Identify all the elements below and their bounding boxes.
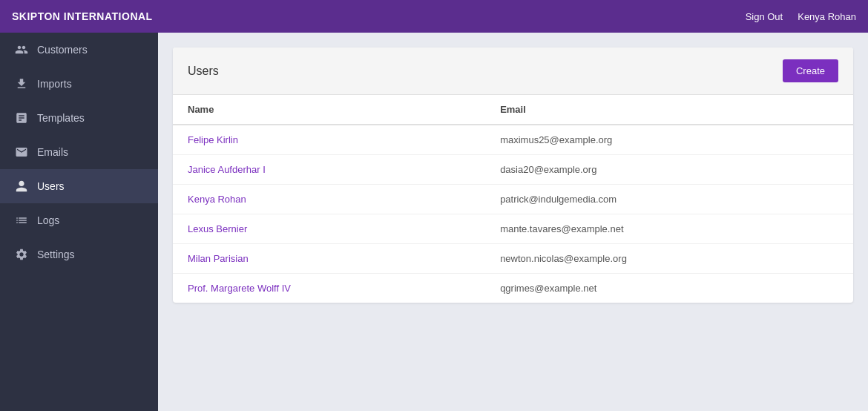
- sidebar: Customers Imports Templates: [0, 33, 158, 411]
- emails-icon: [15, 145, 28, 159]
- sidebar-item-users[interactable]: Users: [0, 169, 158, 203]
- customers-icon: [15, 43, 28, 56]
- user-name-cell: Kenya Rohan: [173, 185, 485, 214]
- column-header-name: Name: [173, 95, 485, 125]
- sign-out-link[interactable]: Sign Out: [746, 11, 783, 22]
- table-row: Kenya Rohanpatrick@indulgemedia.com: [173, 185, 853, 214]
- create-button[interactable]: Create: [783, 59, 838, 82]
- sidebar-item-emails[interactable]: Emails: [0, 135, 158, 169]
- sidebar-item-templates[interactable]: Templates: [0, 101, 158, 135]
- user-name-cell: Janice Aufderhar I: [173, 155, 485, 185]
- sidebar-item-customers-label: Customers: [37, 44, 88, 56]
- user-name-link[interactable]: Kenya Rohan: [188, 194, 246, 205]
- sidebar-item-imports-label: Imports: [37, 78, 72, 90]
- layout: Customers Imports Templates: [0, 33, 868, 411]
- imports-icon: [15, 77, 28, 91]
- user-email-cell: mante.tavares@example.net: [485, 214, 853, 244]
- user-email-cell: newton.nicolas@example.org: [485, 244, 853, 274]
- sidebar-item-settings-label: Settings: [37, 249, 75, 260]
- table-row: Lexus Berniermante.tavares@example.net: [173, 214, 853, 244]
- users-tbody: Felipe Kirlinmaximus25@example.orgJanice…: [173, 125, 853, 303]
- sidebar-item-emails-label: Emails: [37, 146, 68, 158]
- user-name-cell: Lexus Bernier: [173, 214, 485, 244]
- table-row: Milan Parisiannewton.nicolas@example.org: [173, 244, 853, 274]
- sidebar-item-templates-label: Templates: [37, 112, 85, 124]
- column-header-email: Email: [485, 95, 853, 125]
- sidebar-item-logs[interactable]: Logs: [0, 203, 158, 237]
- logs-icon: [15, 214, 28, 227]
- sidebar-item-users-label: Users: [37, 180, 65, 192]
- table-row: Prof. Margarete Wolff IVqgrimes@example.…: [173, 274, 853, 303]
- sidebar-item-logs-label: Logs: [37, 214, 59, 226]
- navbar-right: Sign Out Kenya Rohan: [746, 11, 856, 22]
- page-title: Users: [188, 65, 219, 78]
- user-name-link[interactable]: Felipe Kirlin: [188, 134, 238, 145]
- user-name-link[interactable]: Janice Aufderhar I: [188, 164, 266, 175]
- table-row: Janice Aufderhar Idasia20@example.org: [173, 155, 853, 185]
- user-name-link[interactable]: Prof. Margarete Wolff IV: [188, 283, 291, 294]
- user-name-link[interactable]: Milan Parisian: [188, 253, 249, 264]
- navbar: SKIPTON INTERNATIONAL Sign Out Kenya Roh…: [0, 0, 868, 33]
- user-name-cell: Prof. Margarete Wolff IV: [173, 274, 485, 303]
- users-header: Users Create: [173, 47, 853, 95]
- templates-icon: [15, 111, 28, 125]
- sidebar-item-settings[interactable]: Settings: [0, 237, 158, 272]
- sidebar-item-imports[interactable]: Imports: [0, 67, 158, 101]
- user-email-cell: qgrimes@example.net: [485, 274, 853, 303]
- navbar-user: Kenya Rohan: [798, 11, 856, 22]
- sidebar-item-customers[interactable]: Customers: [0, 33, 158, 67]
- user-email-cell: dasia20@example.org: [485, 155, 853, 185]
- users-icon: [15, 180, 28, 193]
- users-card: Users Create Name Email Felipe Kirlinmax…: [173, 47, 853, 303]
- main-content: Users Create Name Email Felipe Kirlinmax…: [158, 33, 868, 411]
- table-row: Felipe Kirlinmaximus25@example.org: [173, 125, 853, 155]
- settings-icon: [15, 248, 28, 261]
- user-name-cell: Milan Parisian: [173, 244, 485, 274]
- brand-name: SKIPTON INTERNATIONAL: [12, 10, 153, 22]
- user-email-cell: patrick@indulgemedia.com: [485, 185, 853, 214]
- user-name-cell: Felipe Kirlin: [173, 125, 485, 155]
- user-email-cell: maximus25@example.org: [485, 125, 853, 155]
- user-name-link[interactable]: Lexus Bernier: [188, 223, 247, 234]
- table-header: Name Email: [173, 95, 853, 125]
- users-table: Name Email Felipe Kirlinmaximus25@exampl…: [173, 95, 853, 303]
